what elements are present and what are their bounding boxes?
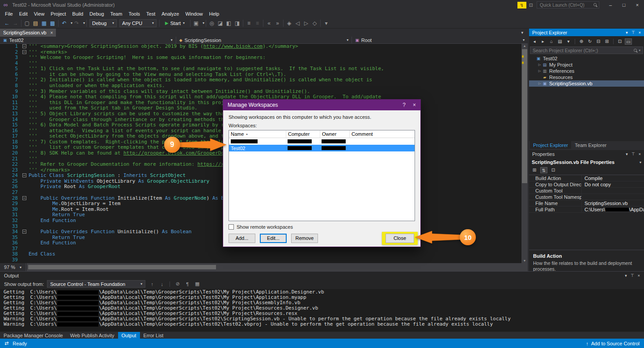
open-file-icon[interactable]: ▤ <box>31 20 40 26</box>
help-icon[interactable]: ? <box>402 102 406 108</box>
close-panel-icon[interactable]: × <box>639 30 641 35</box>
property-row[interactable]: Custom Tool <box>529 188 644 194</box>
clear-bookmarks-icon[interactable]: ◇ <box>310 20 319 26</box>
search-input[interactable] <box>530 48 634 53</box>
comment-selection-icon[interactable]: ≡ <box>245 20 253 26</box>
quick-launch-input[interactable] <box>537 1 599 8</box>
view-code-icon[interactable]: ⊡ <box>616 38 623 45</box>
alphabetical-icon[interactable]: ⇅ <box>540 167 547 173</box>
document-list-chevron-icon[interactable]: ▾ <box>517 29 528 37</box>
panel-tab-output[interactable]: Output <box>118 332 140 339</box>
panel-tab-web-publish-activity[interactable]: Web Publish Activity <box>67 332 118 339</box>
save-icon[interactable]: ▦ <box>40 20 48 26</box>
navigate-forward-icon[interactable]: ▸ <box>539 38 547 45</box>
expander-icon[interactable]: ▷ <box>537 82 542 85</box>
menu-item-view[interactable]: View <box>31 10 48 18</box>
compare-files-icon[interactable]: ◨ <box>233 20 242 26</box>
categorized-icon[interactable]: ⊞ <box>531 167 538 173</box>
attach-process-icon[interactable]: ▣ <box>192 20 200 26</box>
workspaces-table[interactable]: Name▴ComputerOwnerComment Test02 <box>229 130 415 221</box>
new-file-icon[interactable]: ▢ <box>23 20 31 26</box>
expand-all-icon[interactable]: ⊞ <box>603 38 610 45</box>
pin-icon[interactable]: ⊤ <box>631 152 635 156</box>
collapse-all-icon[interactable]: ⊟ <box>595 38 602 45</box>
notifications-flag-icon[interactable]: ↯ <box>517 2 526 8</box>
property-row[interactable]: Full PathC:\Users\\AppData\Loc <box>529 206 644 213</box>
word-wrap-icon[interactable]: ¶ <box>184 281 191 287</box>
navigate-backward-icon[interactable]: ← <box>3 20 11 26</box>
property-row[interactable]: Custom Tool Namespace <box>529 194 644 200</box>
undo-checkout-icon[interactable]: ◧ <box>225 20 233 26</box>
column-header-name[interactable]: Name▴ <box>229 130 286 138</box>
property-value[interactable]: Compile <box>582 176 644 181</box>
pin-icon[interactable]: ⊤ <box>631 30 635 35</box>
menu-item-edit[interactable]: Edit <box>16 10 31 18</box>
menu-item-build[interactable]: Build <box>69 10 86 18</box>
property-row[interactable]: Build ActionCompile <box>529 175 644 181</box>
fold-collapse-icon[interactable]: – <box>22 44 26 48</box>
chevron-down-icon[interactable]: ▾ <box>639 49 640 52</box>
workspace-row[interactable]: Test02 <box>229 145 415 151</box>
previous-bookmark-icon[interactable]: ◁ <box>293 20 302 26</box>
tool-tab-team-explorer[interactable]: Team Explorer <box>572 141 610 149</box>
panel-tab-error-list[interactable]: Error List <box>140 332 167 339</box>
menu-item-analyze[interactable]: Analyze <box>158 10 182 18</box>
chevron-down-icon[interactable]: ▾ <box>83 21 85 25</box>
menu-item-help[interactable]: Help <box>206 10 223 18</box>
close-button[interactable]: Close <box>386 234 414 243</box>
property-row[interactable]: Copy to Output DirectoryDo not copy <box>529 181 644 188</box>
workspace-row[interactable] <box>229 138 415 145</box>
edit-button[interactable]: Edit... <box>260 234 287 243</box>
scroll-up-icon[interactable]: ▲ <box>521 44 528 48</box>
menu-item-debug[interactable]: Debug <box>86 10 107 18</box>
navigate-back-icon[interactable]: ◂ <box>531 38 538 45</box>
add-item-icon[interactable]: ⊕ <box>578 38 585 45</box>
menu-item-file[interactable]: File <box>2 10 16 18</box>
maximize-button[interactable]: □ <box>617 0 631 10</box>
expander-icon[interactable]: ▷ <box>537 69 542 73</box>
platform-dropdown[interactable]: Any CPU▾ <box>119 19 157 27</box>
scrollbar-thumb[interactable] <box>522 49 527 183</box>
menu-item-window[interactable]: Window <box>182 10 206 18</box>
expander-icon[interactable]: ▷ <box>537 63 542 67</box>
horizontal-scrollbar[interactable] <box>27 263 528 271</box>
menu-item-tools[interactable]: Tools <box>125 10 143 18</box>
chevron-down-icon[interactable]: ▾ <box>203 21 204 25</box>
redo-icon[interactable]: ↷ <box>72 20 81 26</box>
save-to-grooper-icon[interactable]: ◪ <box>216 20 225 26</box>
close-panel-icon[interactable]: × <box>638 273 640 278</box>
find-in-files-icon[interactable]: ◎ <box>208 20 216 26</box>
window-position-icon[interactable]: ▾ <box>625 273 627 278</box>
uncomment-selection-icon[interactable]: ≡ <box>253 20 262 26</box>
property-value[interactable]: ScriptingSession.vb <box>582 201 644 206</box>
show-remote-checkbox[interactable] <box>229 224 234 230</box>
toolbar-options-icon[interactable]: ▾ <box>322 20 330 26</box>
feedback-icon[interactable]: ⊡ <box>529 2 533 8</box>
increase-indent-icon[interactable]: » <box>273 20 282 26</box>
type-dropdown[interactable]: ◆ ScriptingSession ▾ <box>176 37 352 43</box>
properties-object-dropdown[interactable]: ScriptingSession.vb File Properties ▾ <box>532 159 641 166</box>
refresh-icon[interactable]: ↻ <box>586 38 593 45</box>
add-to-source-control[interactable]: ↑ Add to Source Control <box>586 341 640 346</box>
project-explorer-search[interactable]: ▾ <box>530 46 643 54</box>
undo-icon[interactable]: ↶ <box>60 20 68 26</box>
column-header-owner[interactable]: Owner <box>320 130 350 138</box>
toggle-bookmark-icon[interactable]: ◈ <box>285 20 293 26</box>
remove-button[interactable]: Remove <box>291 234 318 243</box>
window-position-icon[interactable]: ▾ <box>626 152 628 156</box>
tree-item-references[interactable]: ▷▥References <box>529 68 644 74</box>
vertical-scrollbar[interactable]: ▲ ▼ <box>521 44 528 263</box>
copy-icon[interactable]: ▦ <box>194 281 201 287</box>
menu-item-team[interactable]: Team <box>107 10 126 18</box>
panel-tab-package-manager-console[interactable]: Package Manager Console <box>0 332 67 339</box>
clear-all-icon[interactable]: ⊘ <box>174 281 181 287</box>
close-window-button[interactable]: × <box>631 0 644 10</box>
navigate-forward-icon[interactable]: → <box>11 20 20 26</box>
tree-item-resources[interactable]: ▰Resources <box>529 74 644 80</box>
properties-header[interactable]: Properties ▾ ⊤ × <box>529 150 644 158</box>
tool-tab-project-explorer[interactable]: Project Explorer <box>530 141 571 149</box>
menu-item-test[interactable]: Test <box>143 10 158 18</box>
add-button[interactable]: Add... <box>229 234 255 243</box>
close-panel-icon[interactable]: × <box>639 152 641 156</box>
menu-item-project[interactable]: Project <box>47 10 69 18</box>
